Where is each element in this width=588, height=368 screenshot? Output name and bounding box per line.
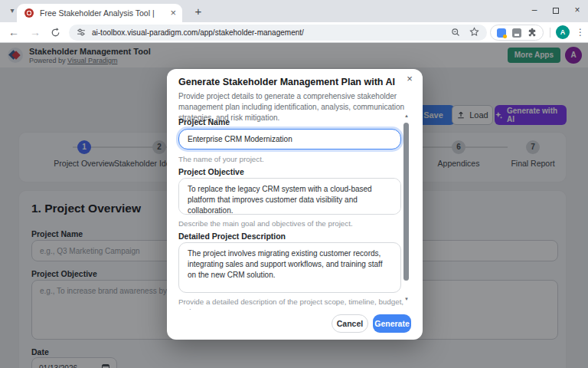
url-bar[interactable]: ai-toolbox.visual-paradigm.com/app/stake… (69, 25, 487, 41)
browser-menu-icon[interactable]: ⋮ (575, 25, 586, 39)
generate-plan-modal: × Generate Stakeholder Management Plan w… (167, 69, 423, 340)
browser-window: ▾ Free Stakeholder Analysis Tool | × + –… (0, 0, 588, 368)
tab-title: Free Stakeholder Analysis Tool | (40, 8, 167, 18)
modal-detailed-description-help: Provide a detailed description of the pr… (178, 297, 404, 310)
maximize-icon (553, 8, 559, 14)
window-controls: – × (524, 0, 588, 22)
window-close-button[interactable]: × (567, 0, 588, 22)
url-text: ai-toolbox.visual-paradigm.com/app/stake… (92, 28, 451, 37)
extensions-pill (490, 25, 544, 41)
modal-scrollbar-thumb[interactable] (403, 123, 409, 281)
page-viewport: Stakeholder Management Tool Powered by V… (0, 43, 588, 368)
modal-project-name-help: The name of your project. (178, 155, 264, 163)
modal-scroll-down-icon[interactable]: ▼ (403, 297, 410, 301)
browser-tab[interactable]: Free Stakeholder Analysis Tool | × (17, 4, 182, 22)
browser-toolbar: ← → ai-toolbox.visual-paradigm.com/app/s… (0, 22, 588, 43)
modal-title: Generate Stakeholder Management Plan wit… (178, 77, 395, 87)
modal-project-objective-textarea[interactable]: To replace the legacy CRM system with a … (178, 178, 401, 215)
modal-scroll-up-icon[interactable]: ▲ (403, 113, 410, 118)
help-line-1: Provide a detailed description of the pr… (178, 297, 404, 310)
maximize-button[interactable] (545, 0, 567, 22)
modal-project-name-input[interactable] (178, 129, 401, 150)
modal-detailed-description-textarea[interactable]: The project involves migrating existing … (178, 242, 401, 293)
back-button[interactable]: ← (6, 25, 21, 40)
tab-strip: ▾ Free Stakeholder Analysis Tool | × + –… (0, 0, 588, 22)
minimize-button[interactable]: – (524, 0, 545, 22)
new-tab-button[interactable]: + (191, 5, 205, 18)
tab-close-icon[interactable]: × (170, 8, 176, 18)
modal-project-objective-help: Describe the main goal and objectives of… (178, 219, 353, 228)
cancel-button[interactable]: Cancel (332, 314, 368, 333)
toolbar-divider (550, 28, 550, 38)
modal-close-icon[interactable]: × (404, 73, 415, 85)
extensions-puzzle-icon[interactable] (528, 26, 537, 40)
site-settings-icon[interactable] (77, 26, 86, 40)
reload-button[interactable] (51, 27, 60, 41)
generate-button[interactable]: Generate (373, 314, 411, 333)
modal-detailed-description-label: Detailed Project Description (178, 232, 286, 241)
extension-icon[interactable] (497, 28, 506, 38)
modal-project-objective-label: Project Objective (178, 167, 244, 176)
extension-icon[interactable] (512, 28, 521, 38)
modal-project-name-label: Project Name (178, 117, 230, 127)
zoom-out-icon[interactable] (451, 26, 460, 40)
browser-profile-avatar[interactable]: A (556, 25, 570, 39)
tab-favicon (24, 8, 34, 18)
forward-button[interactable]: → (28, 25, 43, 40)
bookmark-star-icon[interactable] (469, 26, 479, 40)
